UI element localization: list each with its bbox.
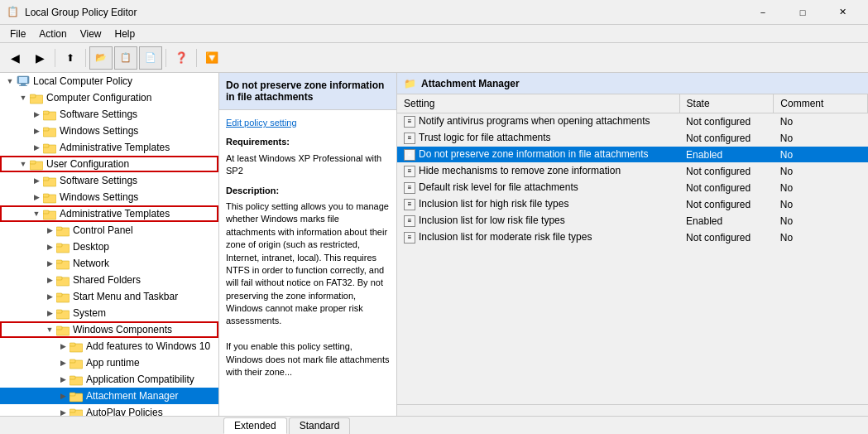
- tree-item-app-runtime[interactable]: ▶ App runtime: [0, 354, 218, 371]
- tree-item-app-compat[interactable]: ▶ Application Compatibility: [0, 371, 218, 388]
- expander-software-settings-cc[interactable]: ▶: [30, 108, 43, 121]
- expander-computer-configuration[interactable]: ▼: [17, 91, 30, 104]
- folder-icon-app-runtime: [70, 356, 83, 369]
- menu-file[interactable]: File: [3, 27, 32, 41]
- horizontal-scrollbar[interactable]: [397, 404, 868, 416]
- svg-rect-35: [70, 343, 75, 346]
- back-button[interactable]: ◀: [3, 46, 26, 70]
- main-container: ▼ Local Computer Policy▼ Computer Config…: [0, 73, 868, 416]
- state-cell: Not configured: [679, 229, 774, 246]
- tree-label-control-panel: Control Panel: [73, 224, 133, 236]
- up-button[interactable]: ⬆: [59, 46, 82, 70]
- col-header-setting[interactable]: Setting: [397, 94, 679, 113]
- table-row[interactable]: ≡Inclusion list for low risk file typesE…: [397, 213, 868, 229]
- expander-app-runtime[interactable]: ▶: [56, 356, 70, 369]
- expander-desktop[interactable]: ▶: [43, 240, 56, 253]
- folder-icon-software-settings-uc: [43, 174, 56, 187]
- tree-label-desktop: Desktop: [73, 241, 109, 253]
- tab-standard[interactable]: Standard: [289, 417, 351, 434]
- state-cell: Not configured: [679, 163, 774, 180]
- tree-item-software-settings-uc[interactable]: ▶ Software Settings: [0, 172, 218, 189]
- expander-local-computer-policy[interactable]: ▼: [3, 75, 17, 88]
- expander-admin-templates-uc[interactable]: ▼: [30, 207, 43, 220]
- table-row[interactable]: ≡Inclusion list for moderate risk file t…: [397, 229, 868, 246]
- menu-view[interactable]: View: [74, 27, 108, 41]
- browse-button[interactable]: 📋: [114, 46, 137, 70]
- bottom-area: Extended Standard 8 setting(s): [0, 416, 868, 434]
- expander-shared-folders[interactable]: ▶: [43, 273, 56, 287]
- comment-cell: No: [774, 130, 868, 147]
- table-row[interactable]: ≡Hide mechanisms to remove zone informat…: [397, 163, 868, 180]
- tree-item-autoplay[interactable]: ▶ AutoPlay Policies: [0, 404, 218, 416]
- properties-button[interactable]: 📄: [139, 46, 162, 70]
- table-row[interactable]: ≡Notify antivirus programs when opening …: [397, 113, 868, 130]
- col-header-state[interactable]: State: [679, 94, 774, 113]
- tree-item-admin-templates-uc[interactable]: ▼ Administrative Templates: [0, 205, 218, 222]
- svg-rect-13: [30, 161, 36, 164]
- setting-cell: ≡Trust logic for file attachments: [397, 130, 679, 147]
- tree-panel[interactable]: ▼ Local Computer Policy▼ Computer Config…: [0, 73, 219, 416]
- table-row[interactable]: ≡Inclusion list for high risk file types…: [397, 196, 868, 213]
- menu-bar: File Action View Help: [0, 25, 868, 43]
- tab-extended[interactable]: Extended: [223, 417, 287, 434]
- tree-item-computer-configuration[interactable]: ▼ Computer Configuration: [0, 89, 218, 106]
- maximize-button[interactable]: □: [784, 0, 822, 25]
- expander-start-menu[interactable]: ▶: [43, 290, 56, 303]
- forward-button[interactable]: ▶: [28, 46, 51, 70]
- tree-label-start-menu: Start Menu and Taskbar: [73, 291, 178, 302]
- tree-item-start-menu[interactable]: ▶ Start Menu and Taskbar: [0, 288, 218, 305]
- table-row[interactable]: ≡Default risk level for file attachments…: [397, 180, 868, 196]
- policy-setting-link[interactable]: Edit policy setting: [226, 118, 297, 128]
- tree-item-shared-folders[interactable]: ▶ Shared Folders: [0, 272, 218, 288]
- menu-action[interactable]: Action: [32, 27, 73, 41]
- table-header-row: Setting State Comment: [397, 94, 868, 113]
- expander-autoplay[interactable]: ▶: [56, 406, 70, 416]
- tree-item-software-settings-cc[interactable]: ▶ Software Settings: [0, 106, 218, 123]
- svg-rect-1: [19, 77, 27, 83]
- expander-windows-components[interactable]: ▼: [43, 323, 56, 336]
- folder-icon-admin-templates-cc: [43, 141, 56, 154]
- expander-network[interactable]: ▶: [43, 257, 56, 270]
- expander-add-features[interactable]: ▶: [56, 340, 70, 353]
- help-button[interactable]: ❓: [170, 46, 193, 70]
- expander-control-panel[interactable]: ▶: [43, 224, 56, 237]
- folder-icon-start-menu: [56, 290, 70, 303]
- folder-icon-user-configuration: [30, 157, 43, 171]
- settings-scroll-area[interactable]: Setting State Comment ≡Notify antivirus …: [397, 94, 868, 404]
- tree-item-user-configuration[interactable]: ▼ User Configuration: [0, 156, 218, 172]
- tree-item-windows-settings-uc[interactable]: ▶ Windows Settings: [0, 189, 218, 205]
- expander-admin-templates-cc[interactable]: ▶: [30, 141, 43, 154]
- tree-item-windows-components[interactable]: ▼ Windows Components: [0, 321, 218, 338]
- expander-windows-settings-cc[interactable]: ▶: [30, 124, 43, 137]
- settings-table: Setting State Comment ≡Notify antivirus …: [397, 94, 868, 246]
- table-row[interactable]: ≡Do not preserve zone information in fil…: [397, 147, 868, 163]
- col-header-comment[interactable]: Comment: [774, 94, 868, 113]
- table-row[interactable]: ≡Trust logic for file attachmentsNot con…: [397, 130, 868, 147]
- expander-user-configuration[interactable]: ▼: [17, 157, 30, 171]
- tree-item-network[interactable]: ▶ Network: [0, 255, 218, 272]
- tree-label-autoplay: AutoPlay Policies: [86, 407, 163, 416]
- comment-cell: No: [774, 113, 868, 130]
- expander-system[interactable]: ▶: [43, 306, 56, 320]
- tree-item-add-features[interactable]: ▶ Add features to Windows 10: [0, 338, 218, 354]
- minimize-button[interactable]: −: [744, 0, 782, 25]
- expander-app-compat[interactable]: ▶: [56, 373, 70, 386]
- folder-icon-software-settings-cc: [43, 108, 56, 121]
- filter-button[interactable]: 🔽: [200, 46, 223, 70]
- tree-item-windows-settings-cc[interactable]: ▶ Windows Settings: [0, 123, 218, 139]
- tree-label-admin-templates-cc: Administrative Templates: [60, 142, 170, 153]
- expander-windows-settings-uc[interactable]: ▶: [30, 190, 43, 204]
- expander-software-settings-uc[interactable]: ▶: [30, 174, 43, 187]
- tree-label-app-runtime: App runtime: [86, 357, 140, 369]
- tree-item-control-panel[interactable]: ▶ Control Panel: [0, 222, 218, 239]
- tree-item-attachment-manager[interactable]: ▶ Attachment Manager: [0, 388, 218, 404]
- tree-item-admin-templates-cc[interactable]: ▶ Administrative Templates: [0, 139, 218, 156]
- expander-attachment-manager[interactable]: ▶: [56, 389, 70, 403]
- close-button[interactable]: ✕: [823, 0, 861, 25]
- tree-item-local-computer-policy[interactable]: ▼ Local Computer Policy: [0, 73, 218, 89]
- menu-help[interactable]: Help: [108, 27, 142, 41]
- tree-item-desktop[interactable]: ▶ Desktop: [0, 239, 218, 255]
- tree-item-system[interactable]: ▶ System: [0, 305, 218, 321]
- description-text-2: If you enable this policy setting, Windo…: [226, 340, 390, 379]
- show-hide-button[interactable]: 📂: [89, 46, 113, 70]
